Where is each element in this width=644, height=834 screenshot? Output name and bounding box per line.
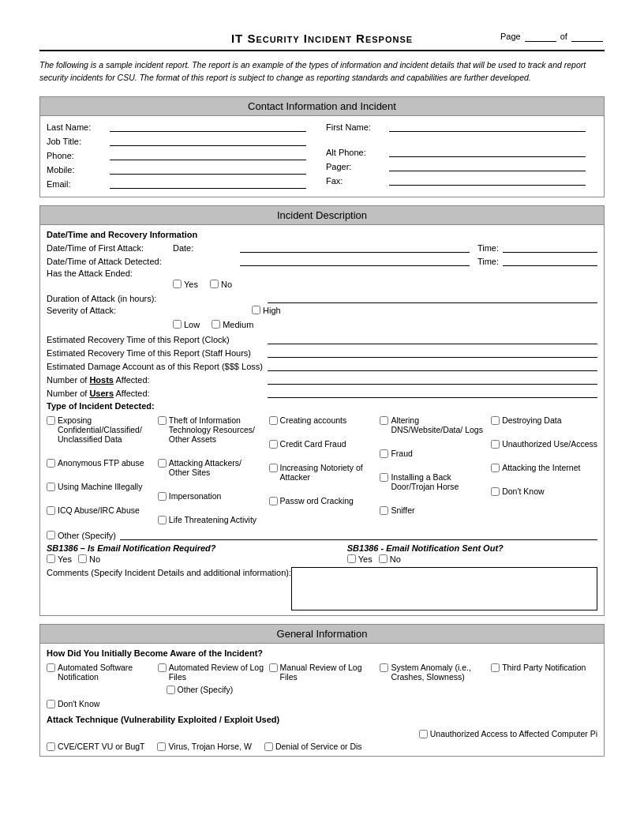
awareness-dont-know[interactable]: Don't Know bbox=[47, 699, 597, 708]
incident-type-backdoor[interactable]: Installing a Back Door/Trojan Horse bbox=[380, 472, 486, 491]
incident-type-password[interactable]: Passw ord Cracking bbox=[269, 496, 376, 505]
awareness-dont-know-row: Don't Know bbox=[47, 699, 597, 708]
incident-col-2: Theft of Information Technology Resource… bbox=[158, 415, 264, 524]
other-row: Other (Specify) bbox=[47, 529, 597, 540]
attack-ended-label: Has the Attack Ended: bbox=[47, 269, 173, 278]
awareness-other[interactable]: Other (Specify) bbox=[167, 685, 271, 694]
incident-type-credit[interactable]: Credit Card Fraud bbox=[269, 439, 376, 449]
last-name-field[interactable] bbox=[110, 121, 306, 132]
intro-text: The following is a sample incident repor… bbox=[39, 59, 605, 85]
incident-type-dont-know[interactable]: Don't Know bbox=[491, 486, 597, 496]
incident-types-grid: Exposing Confidential/Classified/ Unclas… bbox=[47, 415, 597, 524]
job-title-label: Job Title: bbox=[47, 137, 110, 146]
page-number: Page of bbox=[500, 32, 605, 42]
incident-type-impersonation[interactable]: Impersonation bbox=[158, 491, 264, 501]
alt-phone-label: Alt Phone: bbox=[326, 148, 389, 157]
first-name-field[interactable] bbox=[389, 121, 586, 132]
attack-ended-yes[interactable]: Yes bbox=[173, 280, 198, 289]
incident-type-life[interactable]: Life Threatening Activity bbox=[158, 515, 264, 524]
contact-section: Contact Information and Incident Last Na… bbox=[39, 96, 605, 197]
comments-row: Comments (Specify Incident Details and a… bbox=[47, 567, 597, 610]
mobile-field[interactable] bbox=[110, 163, 306, 175]
users-field[interactable] bbox=[268, 387, 597, 398]
damage-label: Estimated Damage Account as of this Repo… bbox=[47, 362, 268, 371]
other-specify-item[interactable]: Other (Specify) bbox=[47, 531, 120, 540]
awareness-manual-review[interactable]: Manual Review of Log Files bbox=[269, 663, 376, 682]
time-label-2: Time: bbox=[477, 257, 499, 266]
awareness-system-anomaly[interactable]: System Anomaly (i.e., Crashes, Slowness) bbox=[380, 663, 486, 682]
incident-type-sniffer[interactable]: Sniffer bbox=[380, 505, 486, 515]
first-attack-label: Date/Time of First Attack: bbox=[47, 243, 173, 253]
sb1386-email-no[interactable]: No bbox=[379, 554, 401, 564]
fax-field[interactable] bbox=[389, 175, 586, 186]
contact-section-header: Contact Information and Incident bbox=[40, 97, 604, 116]
attack-unauthorized-computer[interactable]: Unauthorized Access to Affected Computer… bbox=[47, 729, 597, 738]
hosts-field[interactable] bbox=[268, 374, 597, 385]
sb1386-no[interactable]: No bbox=[78, 554, 100, 564]
incident-type-theft[interactable]: Theft of Information Technology Resource… bbox=[158, 415, 264, 444]
incident-type-destroying[interactable]: Destroying Data bbox=[491, 415, 597, 425]
comments-box[interactable] bbox=[291, 567, 597, 610]
attack-technique-title: Attack Technique (Vulnerability Exploite… bbox=[47, 715, 597, 724]
attack-ended-yes-checkbox[interactable] bbox=[173, 280, 182, 288]
type-detected-label: Type of Incident Detected: bbox=[47, 401, 597, 411]
sb1386-email-yes[interactable]: Yes bbox=[347, 554, 373, 564]
attack-cve[interactable]: CVE/CERT VU or BugT bbox=[47, 742, 144, 751]
incident-section: Incident Description Date/Time and Recov… bbox=[39, 205, 605, 616]
severity-high[interactable]: High bbox=[252, 306, 281, 315]
incident-section-header: Incident Description bbox=[40, 206, 604, 225]
recovery-clock-field[interactable] bbox=[268, 333, 597, 344]
severity-high-checkbox[interactable] bbox=[252, 306, 260, 314]
incident-type-icq[interactable]: ICQ Abuse/IRC Abuse bbox=[47, 505, 153, 515]
severity-medium[interactable]: Medium bbox=[212, 320, 253, 329]
incident-type-ftp[interactable]: Anonymous FTP abuse bbox=[47, 458, 153, 468]
fax-label: Fax: bbox=[326, 176, 389, 186]
incident-type-exposing[interactable]: Exposing Confidential/Classified/ Unclas… bbox=[47, 415, 153, 444]
phone-field[interactable] bbox=[110, 149, 306, 160]
incident-type-attacking-internet[interactable]: Attacking the Internet bbox=[491, 463, 597, 472]
damage-field[interactable] bbox=[268, 360, 597, 371]
attack-detected-time-field[interactable] bbox=[503, 255, 597, 266]
awareness-automated-review[interactable]: Automated Review of Log Files bbox=[158, 663, 264, 682]
attack-detected-date-field[interactable] bbox=[240, 255, 470, 266]
attack-items-row: CVE/CERT VU or BugT Virus, Trojan Horse,… bbox=[47, 742, 597, 751]
incident-type-accounts[interactable]: Creating accounts bbox=[269, 415, 376, 425]
attack-ended-no[interactable]: No bbox=[210, 280, 232, 289]
attack-dos[interactable]: Denial of Service or Dis bbox=[264, 742, 362, 751]
first-name-label: First Name: bbox=[326, 122, 389, 132]
hosts-label: Number of Hosts Affected: bbox=[47, 375, 268, 385]
severity-low-checkbox[interactable] bbox=[173, 320, 182, 329]
general-section-header: General Information bbox=[40, 625, 604, 644]
sb1386-yes[interactable]: Yes bbox=[47, 554, 72, 564]
incident-type-attacking[interactable]: Attacking Attackers/ Other Sites bbox=[158, 458, 264, 477]
mobile-label: Mobile: bbox=[47, 165, 110, 175]
pager-field[interactable] bbox=[389, 160, 586, 171]
awareness-third-party[interactable]: Third Party Notification bbox=[491, 663, 597, 682]
severity-medium-checkbox[interactable] bbox=[212, 320, 220, 329]
users-label: Number of Users Affected: bbox=[47, 389, 268, 398]
attack-virus[interactable]: Virus, Trojan Horse, W bbox=[157, 742, 251, 751]
comments-label: Comments (Specify Incident Details and a… bbox=[47, 567, 291, 579]
alt-phone-field[interactable] bbox=[389, 146, 586, 157]
attack-ended-no-checkbox[interactable] bbox=[210, 280, 219, 288]
job-title-field[interactable] bbox=[110, 135, 306, 146]
incident-type-machine[interactable]: Using Machine Illegally bbox=[47, 482, 153, 491]
incident-type-fraud[interactable]: Fraud bbox=[380, 449, 486, 458]
date-label: Date: bbox=[173, 243, 236, 253]
incident-col-1: Exposing Confidential/Classified/ Unclas… bbox=[47, 415, 153, 524]
incident-col-5: Destroying Data Unauthorized Use/Access … bbox=[491, 415, 597, 524]
incident-type-notoriety[interactable]: Increasing Notoriety of Attacker bbox=[269, 463, 376, 482]
severity-label: Severity of Attack: bbox=[47, 306, 125, 315]
incident-type-unauthorized[interactable]: Unauthorized Use/Access bbox=[491, 439, 597, 449]
first-attack-date-field[interactable] bbox=[240, 242, 470, 253]
other-specify-field[interactable] bbox=[120, 529, 597, 540]
attack-grid: Unauthorized Access to Affected Computer… bbox=[47, 729, 597, 738]
first-attack-time-field[interactable] bbox=[503, 242, 597, 253]
duration-field[interactable] bbox=[268, 292, 597, 303]
incident-type-altering[interactable]: Altering DNS/Website/Data/ Logs bbox=[380, 415, 486, 434]
severity-low[interactable]: Low bbox=[173, 320, 200, 329]
recovery-staff-label: Estimated Recovery Time of this Report (… bbox=[47, 348, 268, 358]
recovery-staff-field[interactable] bbox=[268, 347, 597, 358]
email-field[interactable] bbox=[110, 178, 306, 189]
awareness-automated-software[interactable]: Automated Software Notification bbox=[47, 663, 153, 682]
